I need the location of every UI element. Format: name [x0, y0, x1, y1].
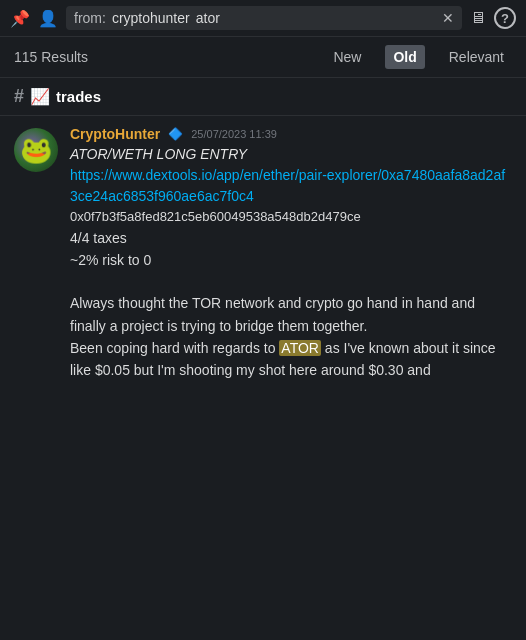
- ator-highlight: ATOR: [279, 340, 321, 356]
- message-hash: 0x0f7b3f5a8fed821c5eb60049538a548db2d479…: [70, 207, 512, 227]
- filter-old-button[interactable]: Old: [385, 45, 424, 69]
- message-paragraph1: Always thought the TOR network and crypt…: [70, 292, 512, 337]
- channel-icon: 📈: [30, 87, 50, 106]
- title-ator: ATOR: [70, 146, 108, 162]
- user-icon[interactable]: 👤: [38, 9, 58, 28]
- message-body: ATOR/WETH LONG ENTRY https://www.dextool…: [70, 144, 512, 382]
- search-from-label: from:: [74, 10, 106, 26]
- clear-search-button[interactable]: ✕: [442, 11, 454, 25]
- filter-relevant-button[interactable]: Relevant: [441, 45, 512, 69]
- message-paragraph2: Been coping hard with regards to ATOR as…: [70, 337, 512, 382]
- filter-new-button[interactable]: New: [325, 45, 369, 69]
- results-bar: 115 Results New Old Relevant: [0, 37, 526, 78]
- search-user-label: cryptohunter: [112, 10, 190, 26]
- message-taxes: 4/4 taxes: [70, 227, 512, 249]
- toolbar: 📌 👤 from: cryptohunter ator ✕ 🖥 ?: [0, 0, 526, 37]
- message-content: CryptoHunter 🔷 25/07/2023 11:39 ATOR/WET…: [70, 126, 512, 382]
- monitor-icon[interactable]: 🖥: [470, 9, 486, 27]
- search-term-label: ator: [196, 10, 220, 26]
- channel-header: # 📈 trades: [0, 78, 526, 116]
- timestamp: 25/07/2023 11:39: [191, 128, 277, 140]
- message-title: ATOR/WETH LONG ENTRY: [70, 144, 512, 165]
- avatar: 🐸: [14, 128, 58, 172]
- messages-area: 🐸 CryptoHunter 🔷 25/07/2023 11:39 ATOR/W…: [0, 116, 526, 636]
- paragraph2-before: Been coping hard with regards to: [70, 340, 279, 356]
- search-bar[interactable]: from: cryptohunter ator ✕: [66, 6, 462, 30]
- message-risk: ~2% risk to 0: [70, 249, 512, 271]
- dextools-link[interactable]: https://www.dextools.io/app/en/ether/pai…: [70, 167, 505, 204]
- verified-icon: 🔷: [168, 127, 183, 141]
- pin-icon[interactable]: 📌: [10, 9, 30, 28]
- username[interactable]: CryptoHunter: [70, 126, 160, 142]
- help-icon[interactable]: ?: [494, 7, 516, 29]
- channel-hash: #: [14, 86, 24, 107]
- results-count: 115 Results: [14, 49, 309, 65]
- message-item: 🐸 CryptoHunter 🔷 25/07/2023 11:39 ATOR/W…: [14, 126, 512, 382]
- channel-name: trades: [56, 88, 101, 105]
- message-header: CryptoHunter 🔷 25/07/2023 11:39: [70, 126, 512, 142]
- avatar-image: 🐸: [20, 137, 52, 163]
- title-rest: /WETH LONG ENTRY: [108, 146, 248, 162]
- search-input[interactable]: [226, 10, 436, 26]
- message-link-container: https://www.dextools.io/app/en/ether/pai…: [70, 165, 512, 207]
